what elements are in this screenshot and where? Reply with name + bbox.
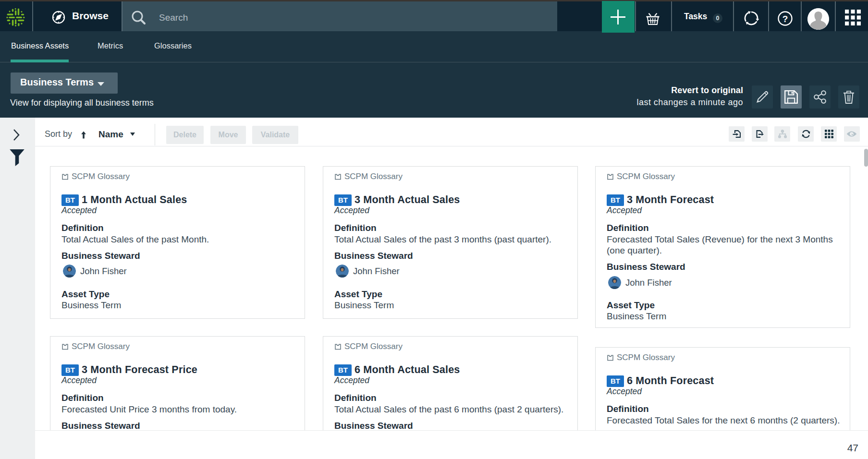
svg-text:?: ? xyxy=(782,14,788,24)
